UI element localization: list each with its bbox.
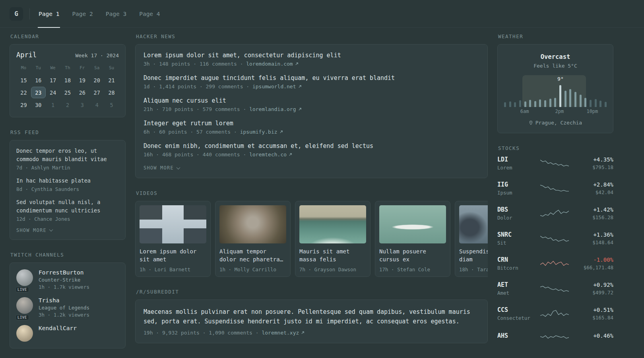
video-meta: 1h · Lori Barnett [140,267,206,272]
calendar-day-header: Su [104,63,119,74]
hn-story-title[interactable]: Integer eget rutrum lorem [144,120,479,127]
rss-item-title[interactable]: In hac habitasse platea [16,177,119,185]
hn-show-more-button[interactable]: SHOW MORE [144,165,180,171]
hn-story-title[interactable]: Lorem ipsum dolor sit amet, consectetur … [144,52,479,59]
hn-story: Integer eget rutrum lorem 6h · 60 points… [144,120,479,135]
stock-sparkline [540,309,569,319]
stock-change: -1.00% [575,257,613,263]
subreddit-post-domain[interactable]: loremnet.xyz [256,330,305,336]
stock-change: +0.92% [575,282,613,288]
stock-sparkline [540,183,569,194]
weather-hour-bar [524,101,526,107]
stock-sparkline [540,208,569,219]
hn-story: Donec enim nibh, condimentum et accumsan… [144,142,479,158]
video-meta: 1h · Molly Carrillo [219,267,286,272]
stock-row: CRNBitcorn -1.00%$66,171.48 [497,256,613,271]
video-thumbnail [299,205,366,243]
calendar-day: 28 [104,87,119,98]
stock-price: $66,171.48 [575,265,613,270]
live-badge: LIVE [16,287,29,292]
stock-name: Ipsum [497,190,534,196]
calendar-day: 26 [75,87,89,98]
weather-time-labels: 6am2pm10pm [504,109,607,115]
twitch-channel-row[interactable]: LIVE ForrestBurton Counter-Strike 1h · 1… [16,269,119,290]
weather-time-label: 2pm [555,109,564,114]
stock-symbol: CCS [497,306,534,313]
channel-avatar-image [16,325,33,342]
video-card[interactable]: Aliquam tempor dolor nec pharetra… 1h · … [215,201,291,277]
tab-page-3[interactable]: Page 3 [105,0,127,27]
calendar-day: 5 [104,99,119,111]
tab-page-4[interactable]: Page 4 [138,0,161,27]
calendar-day: 24 [46,87,60,98]
calendar-day: 1 [46,99,60,111]
hn-story-domain[interactable]: loremdomain.com [240,61,299,67]
subreddit-post-text[interactable]: Maecenas mollis pulvinar erat non posuer… [144,308,470,325]
rss-item-title[interactable]: Donec tempor eros leo, ut commodo mauris… [16,147,119,163]
show-more-label: SHOW MORE [144,165,174,171]
stock-name: Consectetur [497,315,534,321]
weather-widget-title: WEATHER [498,33,613,39]
hn-story-title[interactable]: Aliquam nec cursus elit [144,97,479,104]
stocks-widget: STOCKS LDILorem +4.35%$795.18 IIGIpsum +… [497,145,613,342]
stock-name: Dolor [497,215,534,221]
hn-story-domain[interactable]: loremlandia.org [243,106,301,112]
rss-item: In hac habitasse platea 8d · Cynthia Sau… [16,177,119,192]
video-card[interactable]: Lorem ipsum dolor sit amet consectetu… 1… [135,201,211,277]
calendar-month: April [16,51,37,59]
stock-change: +1.42% [575,206,613,213]
stock-sparkline [540,233,569,244]
weather-hour-bar [554,98,556,107]
hn-story-meta: 21h · 710 points · 579 comments loremlan… [144,106,479,112]
subreddit-widget-title: /R/SUBREDDIT [136,289,488,295]
video-card[interactable]: Nullam posuere cursus ex 17h · Stefan Co… [375,201,450,277]
calendar-card: April Week 17 · 2024 MoTuWeThFrSaSu15161… [10,44,126,117]
external-link-icon [279,129,283,135]
stock-symbol: SNRC [497,231,534,238]
hn-story-domain[interactable]: loremtech.co [243,152,292,158]
rss-item-title[interactable]: Sed volutpat nulla nisl, a condimentum n… [16,198,119,215]
calendar-day: 27 [89,87,104,98]
calendar-day: 29 [16,99,31,111]
tab-page-2[interactable]: Page 2 [71,0,93,27]
hn-story-domain[interactable]: ipsumify.biz [234,129,283,135]
video-thumbnail [140,205,206,243]
external-link-icon [295,61,299,67]
stock-row: CCSConsectetur +0.51%$165.84 [497,306,613,321]
hackernews-widget: HACKER NEWS Lorem ipsum dolor sit amet, … [135,33,488,178]
stock-symbol: LDI [497,156,534,163]
hn-story-title[interactable]: Donec enim nibh, condimentum et accumsan… [144,142,479,150]
video-card[interactable]: Mauris sit amet massa felis 7h · Grayson… [295,201,370,277]
avatar: LIVE [16,269,33,290]
weather-location-text: Prague, Czechia [535,120,582,126]
channel-viewers: 1h · 1.7k viewers [39,284,89,290]
twitch-channel-row[interactable]: LIVE Trisha League of Legends 3h · 1.2k … [16,297,119,318]
calendar-day-selected: 23 [31,87,46,98]
calendar-day: 25 [60,87,75,98]
twitch-channel-row[interactable]: KendallCarr [16,325,119,342]
calendar-day: 21 [104,74,119,86]
weather-widget: WEATHER Overcast Feels like 5°C 9° 6am2p… [497,33,613,133]
rss-show-more-button[interactable]: SHOW MORE [16,228,52,233]
weather-time-label: 6am [520,109,529,114]
stock-sparkline [540,259,569,269]
video-card[interactable]: Suspendisse diam 18h · Tara [455,201,488,277]
video-title: Aliquam tempor dolor nec pharetra… [219,247,286,264]
external-link-icon [298,84,302,90]
calendar-day-header: Th [60,63,75,74]
stock-symbol: AET [497,281,534,288]
calendar-day-header: Mo [16,63,31,74]
calendar-day: 15 [16,74,31,86]
hn-story-domain[interactable]: ipsumworld.net [246,84,301,90]
tab-page-1[interactable]: Page 1 [38,0,60,27]
stock-symbol: DBS [497,206,534,213]
subreddit-card: Maecenas mollis pulvinar erat non posuer… [135,300,488,343]
rss-item-meta: 7d · Ashlyn Martin [16,165,119,171]
hn-story-title[interactable]: Donec imperdiet augue tincidunt felis al… [144,74,479,82]
weather-hour-bar [534,101,536,107]
calendar-day-header: We [46,63,60,74]
weather-hour-bar [605,102,607,107]
weather-hour-bar [595,99,597,107]
video-thumbnail [459,205,488,243]
dashboard-page: G Page 1 Page 2 Page 3 Page 4 CALENDAR A… [0,0,644,358]
